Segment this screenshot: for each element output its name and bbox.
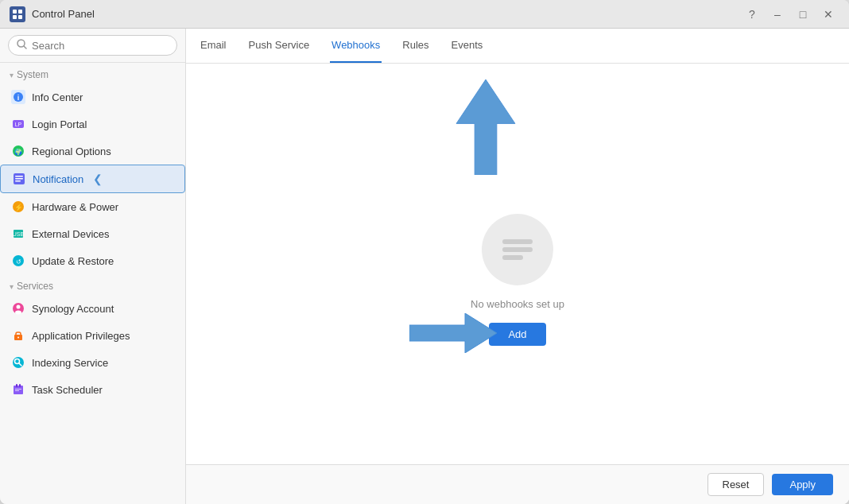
regional-options-label: Regional Options <box>32 145 111 157</box>
reset-button[interactable]: Reset <box>708 473 765 496</box>
svg-text:LP: LP <box>15 122 22 127</box>
task-scheduler-label: Task Scheduler <box>32 384 103 396</box>
sidebar-item-external-devices[interactable]: USB External Devices <box>0 220 185 247</box>
svg-rect-1 <box>18 10 22 14</box>
window-title: Control Panel <box>32 8 95 20</box>
synology-account-label: Synology Account <box>32 303 114 315</box>
tab-webhooks[interactable]: Webhooks <box>330 29 382 63</box>
svg-rect-38 <box>502 247 533 252</box>
services-section-label: Services <box>17 281 53 292</box>
update-restore-label: Update & Restore <box>32 255 114 267</box>
search-box[interactable] <box>8 35 177 56</box>
svg-rect-35 <box>15 390 19 391</box>
svg-rect-37 <box>502 239 533 244</box>
svg-text:USB: USB <box>13 231 25 237</box>
svg-point-23 <box>17 305 21 309</box>
sidebar-item-notification[interactable]: Notification ❮ <box>0 165 185 193</box>
close-button[interactable]: ✕ <box>817 3 839 25</box>
add-row: Add <box>489 323 545 346</box>
services-section-header: ▾ Services <box>0 274 185 295</box>
sidebar-item-application-privileges[interactable]: Application Privileges <box>0 322 185 349</box>
sidebar-item-info-center[interactable]: i Info Center <box>0 83 185 110</box>
system-toggle-icon: ▾ <box>10 71 14 79</box>
svg-rect-2 <box>13 15 17 19</box>
svg-rect-34 <box>15 389 21 390</box>
external-devices-label: External Devices <box>32 228 110 240</box>
hardware-power-icon: ⚡ <box>11 200 25 214</box>
update-restore-icon: ↺ <box>11 254 25 268</box>
indexing-service-icon <box>11 355 25 370</box>
svg-point-24 <box>15 311 21 315</box>
sidebar-item-regional-options[interactable]: 🌍 Regional Options <box>0 138 185 165</box>
application-privileges-icon <box>11 328 25 343</box>
apply-button[interactable]: Apply <box>772 474 833 495</box>
search-icon <box>17 39 27 52</box>
application-privileges-label: Application Privileges <box>32 330 130 342</box>
info-center-icon: i <box>11 90 25 104</box>
main-layout: ▾ System i Info Center LP Login Portal 🌍 <box>0 29 849 504</box>
system-section-header: ▾ System <box>0 63 185 83</box>
titlebar-left: Control Panel <box>10 6 95 22</box>
sidebar-item-hardware-power[interactable]: ⚡ Hardware & Power <box>0 193 185 220</box>
regional-options-icon: 🌍 <box>11 144 25 158</box>
svg-rect-15 <box>15 180 21 182</box>
external-devices-icon: USB <box>11 227 25 241</box>
sidebar-item-synology-account[interactable]: Synology Account <box>0 295 185 322</box>
svg-rect-33 <box>19 384 21 387</box>
control-panel-window: Control Panel ? – □ ✕ <box>0 0 849 504</box>
svg-rect-31 <box>14 386 23 394</box>
svg-rect-14 <box>15 178 23 180</box>
sidebar-item-task-scheduler[interactable]: Task Scheduler <box>0 376 185 403</box>
maximize-button[interactable]: □ <box>792 3 814 25</box>
login-portal-label: Login Portal <box>32 118 87 130</box>
svg-rect-3 <box>18 15 22 19</box>
svg-marker-40 <box>409 313 497 353</box>
login-portal-icon: LP <box>11 117 25 131</box>
tab-email[interactable]: Email <box>199 29 228 63</box>
svg-marker-36 <box>456 79 515 175</box>
sidebar: ▾ System i Info Center LP Login Portal 🌍 <box>0 29 186 504</box>
svg-rect-0 <box>13 10 17 14</box>
notification-icon <box>12 172 26 186</box>
tab-events[interactable]: Events <box>450 29 485 63</box>
active-arrow-icon: ❮ <box>93 173 103 185</box>
window-controls: ? – □ ✕ <box>741 3 839 25</box>
help-button[interactable]: ? <box>741 3 763 25</box>
svg-text:🌍: 🌍 <box>14 148 22 156</box>
sidebar-item-login-portal[interactable]: LP Login Portal <box>0 110 185 138</box>
footer: Reset Apply <box>186 464 849 504</box>
svg-rect-32 <box>16 384 17 387</box>
services-toggle-icon: ▾ <box>10 282 14 291</box>
hardware-power-label: Hardware & Power <box>32 201 118 213</box>
synology-account-icon <box>11 301 25 316</box>
tab-push-service[interactable]: Push Service <box>247 29 312 63</box>
svg-line-5 <box>24 46 26 48</box>
sidebar-search-container <box>0 29 185 63</box>
add-webhook-button[interactable]: Add <box>489 323 545 346</box>
info-center-label: Info Center <box>32 91 83 103</box>
empty-state-icon-circle <box>482 214 553 285</box>
minimize-button[interactable]: – <box>766 3 789 25</box>
svg-text:↺: ↺ <box>16 258 21 266</box>
task-scheduler-icon <box>11 382 25 397</box>
svg-rect-39 <box>502 255 523 260</box>
svg-text:⚡: ⚡ <box>14 203 24 212</box>
indexing-service-label: Indexing Service <box>32 357 108 369</box>
svg-rect-13 <box>15 176 23 177</box>
titlebar: Control Panel ? – □ ✕ <box>0 0 849 29</box>
app-icon <box>10 6 25 22</box>
search-input[interactable] <box>32 40 169 52</box>
svg-point-27 <box>17 337 19 339</box>
arrow-right-indicator <box>409 313 497 356</box>
sidebar-item-indexing-service[interactable]: Indexing Service <box>0 349 185 376</box>
svg-text:i: i <box>17 94 20 102</box>
main-panel: Email Push Service Webhooks Rules Events <box>186 29 849 504</box>
empty-state-text: No webhooks set up <box>471 298 564 310</box>
tabs-bar: Email Push Service Webhooks Rules Events <box>186 29 849 64</box>
arrow-up-indicator <box>454 79 518 178</box>
empty-state: No webhooks set up Add <box>471 214 564 346</box>
tab-rules[interactable]: Rules <box>401 29 430 63</box>
notification-label: Notification <box>33 173 83 185</box>
sidebar-item-update-restore[interactable]: ↺ Update & Restore <box>0 247 185 274</box>
svg-rect-26 <box>16 332 21 336</box>
